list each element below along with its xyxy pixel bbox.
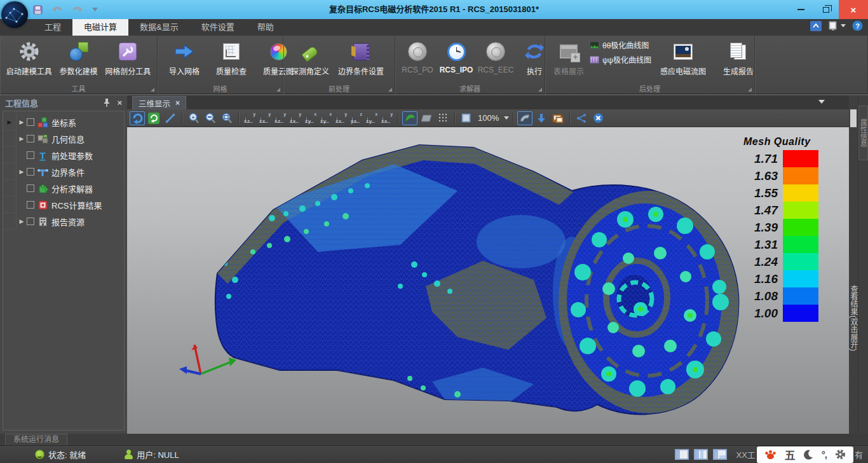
legend-swatch xyxy=(783,184,818,202)
drop-down-arrow-button[interactable] xyxy=(534,111,549,125)
parametric-modeling-button[interactable]: 参数化建模 xyxy=(56,38,102,78)
tree-row-coordinates[interactable]: ▶ ▶ 坐标系 xyxy=(3,114,124,130)
scrollbar-thumb[interactable] xyxy=(850,109,857,127)
orbit-view-button[interactable] xyxy=(146,111,161,125)
group-launcher-icon[interactable] xyxy=(151,88,154,92)
launch-modeling-tool-button[interactable]: 启动建模工具 xyxy=(4,38,55,78)
zoom-out-button[interactable] xyxy=(203,111,218,125)
ime-moon-icon[interactable] xyxy=(804,450,813,460)
collapse-ribbon-icon[interactable] xyxy=(810,21,822,31)
snapshot-button[interactable] xyxy=(550,111,566,125)
view-preset-button[interactable]: zxy xyxy=(258,111,272,125)
clip-shape-button[interactable] xyxy=(517,111,532,125)
tab-properties[interactable]: 属性信息 xyxy=(858,106,868,160)
checkbox[interactable] xyxy=(27,184,34,192)
expander-icon[interactable]: ▶ xyxy=(17,169,27,175)
maximize-button[interactable] xyxy=(813,0,839,19)
view-preset-button[interactable]: zyx xyxy=(304,111,318,125)
group-launcher-icon[interactable] xyxy=(538,88,542,92)
checkbox[interactable] xyxy=(27,168,34,176)
close-view-button[interactable] xyxy=(590,111,606,125)
view-preset-button[interactable]: xzy xyxy=(243,111,257,125)
view-preset-button[interactable]: zxy xyxy=(288,111,302,125)
ime-mode-toggle[interactable]: 五 xyxy=(785,446,796,462)
import-mesh-button[interactable]: 导入网格 xyxy=(161,38,207,78)
tree-row-geometry[interactable]: ▶ 几何信息 xyxy=(3,130,124,147)
rotate-view-button[interactable] xyxy=(130,111,145,125)
tab-settings[interactable]: 软件设置 xyxy=(190,19,246,36)
rcs-ipo-button[interactable]: RCS_IPO xyxy=(437,38,475,76)
psi-polar-curve-button[interactable]: ψψ极化曲线图 xyxy=(590,54,651,65)
viewport-3d[interactable]: Mesh Quality 1.71 1.63 1.55 1.47 1.39 1.… xyxy=(127,127,849,434)
shaded-view-button[interactable] xyxy=(402,111,417,125)
boundary-condition-button[interactable]: 边界条件设置 xyxy=(334,38,388,78)
style-selector-icon[interactable] xyxy=(828,21,846,31)
zoom-level-value[interactable]: 100% xyxy=(478,113,499,123)
ime-logo-paw-icon[interactable] xyxy=(764,449,776,460)
layout-bottom-panel-icon[interactable] xyxy=(713,449,727,460)
checkbox[interactable] xyxy=(27,151,34,159)
theta-polar-curve-button[interactable]: θθ极化曲线图 xyxy=(590,39,651,50)
tree-row-solver[interactable]: 分析求解器 xyxy=(3,180,124,197)
flat-view-button[interactable] xyxy=(419,111,434,125)
minimize-button[interactable] xyxy=(788,0,813,19)
disc-icon xyxy=(408,39,427,64)
meshing-tool-button[interactable]: 网格剖分工具 xyxy=(103,38,154,78)
tab-data-display[interactable]: 数据&显示 xyxy=(128,19,190,36)
view-preset-button[interactable]: zyx xyxy=(319,111,333,125)
checkbox[interactable] xyxy=(27,118,34,126)
tree-row-report-resources[interactable]: ▶ 报告资源 xyxy=(3,213,124,230)
ime-settings-gear-icon[interactable] xyxy=(835,449,846,460)
layout-split-panel-icon[interactable] xyxy=(694,449,708,460)
app-logo[interactable] xyxy=(1,1,28,28)
close-button[interactable]: × xyxy=(839,0,868,19)
close-panel-icon[interactable]: × xyxy=(117,98,122,107)
close-tab-icon[interactable]: × xyxy=(175,99,180,107)
legend-swatch xyxy=(783,150,818,167)
generate-report-button[interactable]: 生成报告 xyxy=(719,38,758,78)
tab-project[interactable]: 工程 xyxy=(33,19,72,36)
expander-icon[interactable]: ▶ xyxy=(17,135,27,142)
share-link-button[interactable] xyxy=(574,111,589,125)
tree-row-rcs-results[interactable]: RCS计算结果 xyxy=(3,197,124,213)
pan-view-button[interactable] xyxy=(163,111,178,125)
group-launcher-icon[interactable] xyxy=(388,88,392,92)
checkbox[interactable] xyxy=(27,135,34,142)
tab-help[interactable]: 帮助 xyxy=(246,19,285,36)
probe-angle-button[interactable]: 探测角定义 xyxy=(287,38,333,78)
pin-icon[interactable] xyxy=(103,98,111,107)
view-preset-button[interactable]: zxy xyxy=(380,111,394,125)
view-preset-button[interactable]: yxz xyxy=(349,111,363,125)
tab-3d-display[interactable]: 三维显示 × xyxy=(132,96,186,109)
collapsed-results-panel[interactable]: 查看结果(双击展开) xyxy=(849,213,858,423)
tree-row-boundary[interactable]: ▶ 边界条件 xyxy=(3,163,124,180)
copyright-text-right: 有 xyxy=(855,448,863,460)
zoom-fit-button[interactable] xyxy=(219,111,234,125)
ime-punctuation-toggle[interactable]: °, xyxy=(822,449,827,460)
wireframe-dots-button[interactable] xyxy=(435,111,451,125)
tab-em-compute[interactable]: 电磁计算 xyxy=(72,19,128,36)
expander-icon[interactable]: ▶ xyxy=(17,218,27,225)
group-launcher-icon[interactable] xyxy=(276,88,280,92)
checkbox[interactable] xyxy=(27,201,34,209)
quality-check-button[interactable]: 质量检查 xyxy=(208,38,254,78)
tab-system-messages[interactable]: 系统运行消息 xyxy=(5,434,67,445)
group-launcher-icon[interactable] xyxy=(748,88,752,92)
expander-icon[interactable]: ▶ xyxy=(17,119,27,125)
view-preset-button[interactable]: zxy xyxy=(334,111,348,125)
layout-left-panel-icon[interactable] xyxy=(675,449,689,460)
project-tree-container: ▶ ▶ 坐标系 ▶ 几何信息 xyxy=(3,111,125,431)
photo-icon xyxy=(674,39,693,64)
view-preset-button[interactable]: xzy xyxy=(273,111,287,125)
zoom-dropdown-icon[interactable] xyxy=(504,116,509,120)
view-preset-button[interactable]: zyx xyxy=(365,111,379,125)
checkbox[interactable] xyxy=(27,218,34,225)
help-icon[interactable]: ? xyxy=(852,20,863,31)
induced-current-map-button[interactable]: 感应电磁流图 xyxy=(653,38,714,78)
tree-row-preprocess-params[interactable]: T 前处理参数 xyxy=(3,147,124,163)
zoom-in-button[interactable]: + xyxy=(186,111,201,125)
scale-icon xyxy=(459,111,474,125)
arrow-right-icon xyxy=(174,39,194,64)
grid-sheet-icon xyxy=(223,39,240,64)
tab-list-dropdown-icon[interactable] xyxy=(818,100,825,104)
